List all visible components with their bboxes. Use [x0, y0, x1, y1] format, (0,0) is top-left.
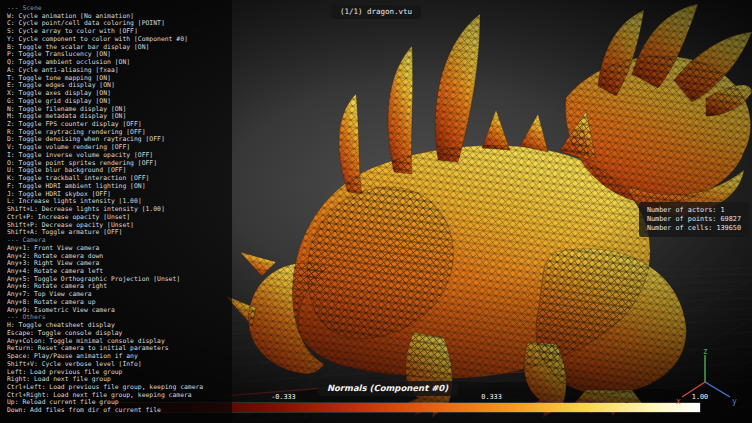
axis-z-label: z — [703, 347, 708, 356]
filename-display: (1/1) dragon.vtu — [331, 5, 421, 19]
scalar-bar-tick-label: 0.333 — [481, 393, 501, 402]
metadata-line: Number of points: 69827 — [647, 215, 741, 224]
scalar-bar-tick-label: -0.333 — [271, 393, 296, 402]
cheatsheet-panel: --- SceneW: Cycle animation [No animatio… — [0, 0, 232, 423]
metadata-line: Number of cells: 139650 — [647, 224, 741, 233]
metadata-line: Number of actors: 1 — [647, 206, 741, 215]
axis-x-label: x — [676, 397, 681, 406]
f3d-window: (1/1) dragon.vtu Number of actors: 1Numb… — [0, 0, 752, 423]
axis-y-label: y — [732, 397, 737, 406]
cheatsheet-binding: Down: Add files from dir of current file — [7, 407, 232, 415]
scalar-bar-title: Normals (Component #0) — [317, 381, 458, 396]
axes-lines — [682, 355, 730, 397]
metadata-display: Number of actors: 1Number of points: 698… — [639, 202, 749, 237]
axes-widget[interactable]: z x y — [674, 347, 740, 409]
